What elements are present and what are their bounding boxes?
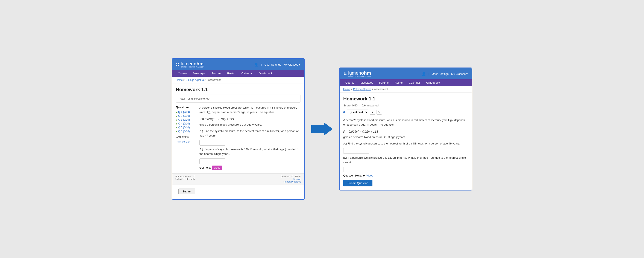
next-question-button[interactable]: > xyxy=(376,110,382,114)
grade-text: Grade: 0/60 xyxy=(176,136,197,139)
right-panel: lumenohm online homework manager 👤 | Use… xyxy=(339,68,472,190)
left-header-right: 👤 | User Settings My Classes ▾ xyxy=(254,63,300,67)
direction-arrow xyxy=(311,122,333,136)
left-main-content: Questions ▶ Q 1 (0/10) ▶ Q 2 (0/10) ▶ Q … xyxy=(176,105,301,170)
right-breadcrumb: Home > College Algebra > Assessment xyxy=(340,86,472,93)
nav-calendar-left[interactable]: Calendar xyxy=(238,70,256,77)
left-logo: lumenohm online homework manager xyxy=(176,61,204,68)
left-submit-area: Submit xyxy=(172,185,304,199)
left-license-link[interactable]: License xyxy=(281,178,301,180)
nav-messages-right[interactable]: Messages xyxy=(358,79,376,86)
question-item-2[interactable]: ▶ Q 2 (0/10) xyxy=(176,114,197,118)
logo-dots xyxy=(176,63,179,66)
breadcrumb-assessment-right: Assessment xyxy=(374,88,388,91)
right-my-classes-button[interactable]: My Classes ▾ xyxy=(451,72,468,75)
logo-subtitle: online homework manager xyxy=(181,66,204,68)
print-version-link[interactable]: Print Version xyxy=(176,140,197,143)
left-part-b: B.) If a person's systolic pressure is 1… xyxy=(200,147,301,156)
left-get-help: Get help: Video xyxy=(200,166,301,170)
right-logo-dots xyxy=(344,72,346,75)
question-item-6[interactable]: ▶ Q 6 (0/10) xyxy=(176,130,197,133)
left-footer-right: Question ID: 33534 License Report Proble… xyxy=(281,175,301,183)
nav-roster-right[interactable]: Roster xyxy=(392,79,406,86)
questions-heading: Questions xyxy=(176,105,197,109)
left-content-area: Homework 1.1 Total Points Possible: 60 Q… xyxy=(172,83,304,173)
nav-roster-left[interactable]: Roster xyxy=(224,70,238,77)
right-content-area: Homework 1.1 Score: 0/60 0/6 answered Qu… xyxy=(340,93,472,190)
play-icon-3: ▶ xyxy=(176,119,178,121)
right-score-bar: Score: 0/60 0/6 answered xyxy=(343,104,468,107)
nav-forums-right[interactable]: Forums xyxy=(376,79,392,86)
left-header: lumenohm online homework manager 👤 | Use… xyxy=(172,59,304,70)
right-equation: P = 0.006y2 − 0.02y + 118 xyxy=(343,129,468,133)
left-report-link[interactable]: Report Problems xyxy=(281,180,301,183)
left-panel: lumenohm online homework manager 👤 | Use… xyxy=(172,58,305,200)
video-icon-right: ▶ xyxy=(363,174,365,177)
questions-sidebar: Questions ▶ Q 1 (0/10) ▶ Q 2 (0/10) ▶ Q … xyxy=(176,105,197,170)
left-user-settings-link[interactable]: User Settings xyxy=(264,63,281,66)
chevron-down-icon: ▾ xyxy=(299,63,300,66)
right-chevron-down-icon: ▾ xyxy=(466,72,468,75)
play-icon-6: ▶ xyxy=(176,130,178,133)
left-part-a: A.) Find the systolic pressure, to the n… xyxy=(200,129,301,138)
right-question-text2: gives a person's blood pressure, P, at a… xyxy=(343,135,468,140)
breadcrumb-home-left[interactable]: Home xyxy=(176,78,183,81)
right-navbar: Course Messages Forums Roster Calendar G… xyxy=(340,79,472,86)
play-icon-2: ▶ xyxy=(176,115,178,117)
left-question-main: A person's systolic blood pressure, whic… xyxy=(200,105,301,170)
left-breadcrumb: Home > College Algebra > Assessment xyxy=(172,77,304,83)
nav-gradebook-right[interactable]: Gradebook xyxy=(423,79,443,86)
nav-forums-left[interactable]: Forums xyxy=(209,70,224,77)
question-item-3[interactable]: ▶ Q 3 (0/10) xyxy=(176,118,197,122)
right-part-a: A.) Find the systolic pressure, to the n… xyxy=(343,142,468,146)
user-icon: 👤 xyxy=(254,63,258,67)
right-question-help: Question Help: ▶ Video xyxy=(343,174,468,177)
nav-calendar-right[interactable]: Calendar xyxy=(406,79,423,86)
left-my-classes-button[interactable]: My Classes ▾ xyxy=(284,63,300,66)
prev-question-button[interactable]: < xyxy=(370,110,375,114)
left-submit-button[interactable]: Submit xyxy=(178,189,195,194)
left-footer-left: Points possible: 10 Unlimited attempts. xyxy=(176,175,196,180)
play-icon-5: ▶ xyxy=(176,126,178,129)
right-logo: lumenohm online homework manager xyxy=(344,70,371,77)
left-video-button[interactable]: Video xyxy=(212,166,222,170)
right-answer-input-a[interactable] xyxy=(343,148,369,154)
question-item-1[interactable]: ▶ Q 1 (0/10) xyxy=(176,110,197,114)
right-user-icon: 👤 xyxy=(422,72,426,76)
left-navbar: Course Messages Forums Roster Calendar G… xyxy=(172,70,304,77)
breadcrumb-assessment-left: Assessment xyxy=(206,78,220,81)
left-equation: P = 0.004y2 − 0.01y + 121 xyxy=(200,117,301,121)
right-answer-input-b[interactable] xyxy=(343,167,369,172)
question-selector: Question 4 < > xyxy=(343,109,468,115)
right-part-b: B.) If a person's systolic pressure is 1… xyxy=(343,156,468,165)
nav-course-left[interactable]: Course xyxy=(175,70,190,77)
play-icon-4: ▶ xyxy=(176,122,178,125)
left-question-footer: Points possible: 10 Unlimited attempts. … xyxy=(172,173,304,185)
nav-messages-left[interactable]: Messages xyxy=(190,70,209,77)
nav-course-right[interactable]: Course xyxy=(342,79,358,86)
question-dot xyxy=(343,111,346,113)
left-page-title: Homework 1.1 xyxy=(176,87,301,92)
breadcrumb-college-algebra-right[interactable]: College Algebra xyxy=(353,88,371,91)
left-answer-input-b[interactable] xyxy=(200,159,225,164)
right-header-right: 👤 | User Settings My Classes ▾ xyxy=(422,72,468,76)
right-video-link[interactable]: Video xyxy=(366,174,373,177)
right-user-settings-link[interactable]: User Settings xyxy=(432,72,449,75)
left-info-box: Total Points Possible: 60 xyxy=(176,95,301,102)
breadcrumb-college-algebra-left[interactable]: College Algebra xyxy=(186,78,204,81)
question-item-4[interactable]: ▶ Q 4 (0/10) xyxy=(176,122,197,125)
question-dropdown[interactable]: Question 4 xyxy=(347,109,368,115)
play-icon-1: ▶ xyxy=(176,111,178,113)
right-page-title: Homework 1.1 xyxy=(343,96,468,102)
breadcrumb-home-right[interactable]: Home xyxy=(343,88,350,91)
answered-text: 0/6 answered xyxy=(362,104,379,107)
nav-gradebook-left[interactable]: Gradebook xyxy=(256,70,276,77)
left-question-text2: gives a person's blood pressure, P, at a… xyxy=(200,122,301,127)
right-header: lumenohm online homework manager 👤 | Use… xyxy=(340,68,472,79)
score-text: Score: 0/60 xyxy=(343,104,358,107)
question-item-5[interactable]: ▶ Q 5 (0/10) xyxy=(176,125,197,130)
left-question-text1: A person's systolic blood pressure, whic… xyxy=(200,105,301,114)
right-submit-question-button[interactable]: Submit Question xyxy=(343,180,372,186)
left-answer-input-a[interactable] xyxy=(200,140,225,146)
right-logo-subtitle: online homework manager xyxy=(348,75,371,77)
